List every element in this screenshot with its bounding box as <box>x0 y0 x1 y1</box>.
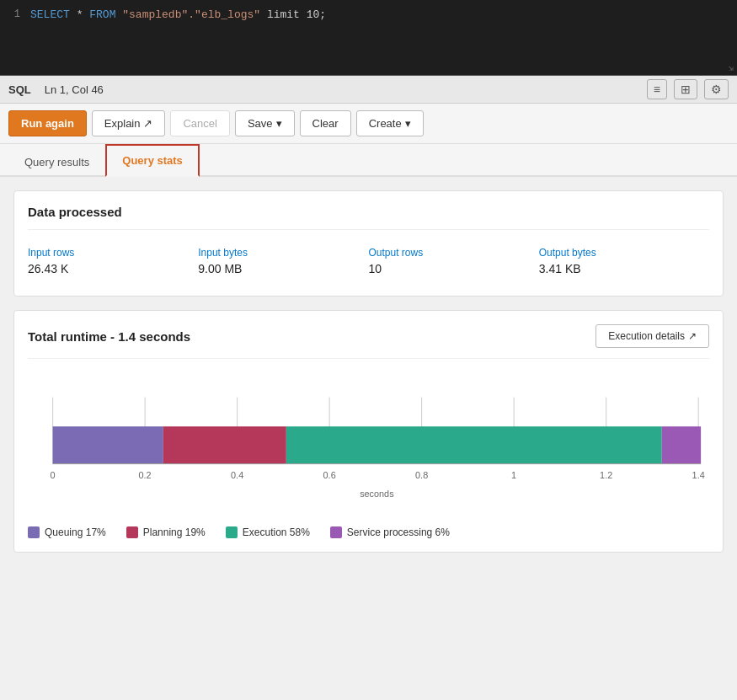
runtime-card: Total runtime - 1.4 seconds Execution de… <box>13 310 724 553</box>
save-label: Save <box>248 117 273 130</box>
code-line: SELECT * FROM "sampledb"."elb_logs" limi… <box>30 8 326 21</box>
output-bytes-value: 3.41 KB <box>539 262 696 275</box>
svg-text:0: 0 <box>51 470 56 480</box>
status-icons: ≡ ⊞ ⚙ <box>647 79 729 99</box>
svg-text:1: 1 <box>511 470 516 480</box>
output-rows-label: Output rows <box>369 247 526 259</box>
create-button[interactable]: Create ▾ <box>356 110 424 136</box>
format-icon-button[interactable]: ≡ <box>647 79 667 99</box>
stat-output-bytes: Output bytes 3.41 KB <box>539 240 709 282</box>
execution-details-button[interactable]: Execution details ↗ <box>595 324 709 348</box>
resize-handle[interactable]: ⇲ <box>729 63 734 73</box>
tabs-bar: Query results Query stats <box>0 144 737 177</box>
queuing-bar <box>53 426 163 463</box>
svg-text:1.4: 1.4 <box>692 470 705 480</box>
cursor-position: Ln 1, Col 46 <box>45 83 104 96</box>
svg-text:1.2: 1.2 <box>600 470 612 480</box>
data-processed-title: Data processed <box>28 205 709 230</box>
stat-input-bytes: Input bytes 9.00 MB <box>198 240 368 282</box>
svg-text:0.6: 0.6 <box>323 470 336 480</box>
language-indicator: SQL <box>8 83 31 96</box>
legend-execution: Execution 58% <box>226 526 310 538</box>
chart-legend: Queuing 17% Planning 19% Execution 58% S… <box>28 526 709 538</box>
code-editor[interactable]: 1 SELECT * FROM "sampledb"."elb_logs" li… <box>0 0 737 76</box>
service-processing-label: Service processing 6% <box>347 526 450 538</box>
input-rows-value: 26.43 K <box>28 262 184 275</box>
data-processed-card: Data processed Input rows 26.43 K Input … <box>13 190 724 297</box>
queuing-label: Queuing 17% <box>45 526 106 538</box>
tab-query-results[interactable]: Query results <box>8 147 105 177</box>
create-label: Create <box>369 117 402 130</box>
svg-text:0.2: 0.2 <box>139 470 152 480</box>
legend-planning: Planning 19% <box>126 526 206 538</box>
execution-external-icon: ↗ <box>688 330 697 342</box>
svg-text:seconds: seconds <box>360 489 394 499</box>
settings-icon-button[interactable]: ⚙ <box>704 79 729 99</box>
planning-bar <box>163 426 286 463</box>
output-bytes-label: Output bytes <box>539 247 696 259</box>
input-bytes-value: 9.00 MB <box>198 262 355 275</box>
input-rows-label: Input rows <box>28 247 184 259</box>
queuing-color <box>28 526 40 538</box>
runtime-chart: 0 0.2 0.4 0.6 0.8 1 1.2 1.4 seconds Queu… <box>28 372 709 538</box>
legend-service-processing: Service processing 6% <box>330 526 450 538</box>
svg-text:0.4: 0.4 <box>231 470 243 480</box>
clear-button[interactable]: Clear <box>300 110 351 136</box>
stat-output-rows: Output rows 10 <box>369 240 539 282</box>
stats-grid: Input rows 26.43 K Input bytes 9.00 MB O… <box>28 240 709 282</box>
service-processing-color <box>330 526 342 538</box>
explain-button[interactable]: Explain ↗ <box>92 110 166 136</box>
runtime-header: Total runtime - 1.4 seconds Execution de… <box>28 324 709 359</box>
main-content: Data processed Input rows 26.43 K Input … <box>0 177 737 566</box>
execution-label: Execution 58% <box>243 526 310 538</box>
cancel-button[interactable]: Cancel <box>170 110 229 136</box>
table-icon-button[interactable]: ⊞ <box>674 79 697 99</box>
explain-external-icon: ↗ <box>143 117 152 130</box>
toolbar: Run again Explain ↗ Cancel Save ▾ Clear … <box>0 104 737 144</box>
execution-bar <box>286 426 662 463</box>
legend-queuing: Queuing 17% <box>28 526 106 538</box>
line-number: 1 <box>0 8 30 20</box>
tab-query-stats[interactable]: Query stats <box>105 144 200 177</box>
execution-details-label: Execution details <box>608 330 685 342</box>
bar-chart-svg: 0 0.2 0.4 0.6 0.8 1 1.2 1.4 seconds <box>28 381 709 514</box>
output-rows-value: 10 <box>369 262 526 275</box>
run-again-button[interactable]: Run again <box>8 110 87 136</box>
input-bytes-label: Input bytes <box>198 247 355 259</box>
save-button[interactable]: Save ▾ <box>235 110 295 136</box>
explain-label: Explain <box>104 117 141 130</box>
stat-input-rows: Input rows 26.43 K <box>28 240 198 282</box>
planning-color <box>126 526 138 538</box>
status-bar: SQL Ln 1, Col 46 ≡ ⊞ ⚙ <box>0 76 737 104</box>
execution-color <box>226 526 238 538</box>
svg-text:0.8: 0.8 <box>415 470 428 480</box>
service-processing-bar <box>662 426 701 463</box>
runtime-title: Total runtime - 1.4 seconds <box>28 329 190 344</box>
create-dropdown-icon: ▾ <box>405 117 411 130</box>
save-dropdown-icon: ▾ <box>276 117 282 130</box>
planning-label: Planning 19% <box>143 526 206 538</box>
